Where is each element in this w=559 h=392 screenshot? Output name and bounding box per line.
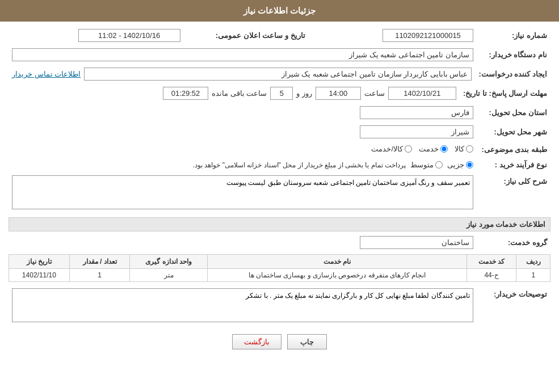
category-kala-khadamat-label: کالا/خدمت [371, 145, 403, 153]
services-section-title: اطلاعات خدمات مورد نیاز [9, 217, 550, 231]
cell-quantity: 1 [69, 269, 130, 282]
col-unit-measure: واحد اندازه گیری [130, 255, 208, 269]
category-kala-khadamat-option[interactable]: کالا/خدمت [371, 145, 412, 153]
cell-row-num: 1 [516, 269, 550, 282]
cell-unit-measure: متر [130, 269, 208, 282]
process-label: نوع فرآیند خرید : [477, 159, 550, 171]
page-title: جزئیات اطلاعات نیاز [243, 6, 316, 15]
process-motavaset-option[interactable]: متوسط [410, 161, 443, 169]
service-group-table: گروه خدمت: ساختمان [9, 234, 550, 251]
process-motavaset-label: متوسط [410, 161, 434, 169]
process-desc-text: پرداخت تمام یا بخشی از مبلغ خریدار از مح… [193, 161, 406, 169]
category-cell: کالا خدمت کالا/خدمت [9, 143, 477, 156]
process-motavaset-radio[interactable] [435, 161, 443, 168]
requester-cell: عباس بابایی کاربردار سازمان تامین اجتماع… [9, 66, 475, 82]
buyer-org-table: نام دستگاه خریدار: سازمان تامین اجتماعی … [9, 47, 550, 63]
buyer-desc-cell [9, 286, 477, 326]
process-table: نوع فرآیند خرید : جزیی متوسط پرداخت تمام… [9, 159, 550, 171]
buyer-org-cell: سازمان تامین اجتماعی شعبه یک شیراز [9, 47, 477, 63]
need-number-cell: 1102092121000015 [320, 27, 477, 44]
category-khadamat-label: خدمت [419, 145, 439, 153]
category-kala-label: کالا [455, 145, 464, 153]
col-row-num: ردیف [516, 255, 550, 269]
category-table: طبقه بندی موضوعی: کالا خدمت [9, 143, 550, 156]
need-number-value: 1102092121000015 [383, 29, 473, 42]
category-kala-option[interactable]: کالا [455, 145, 473, 153]
category-kala-khadamat-radio[interactable] [405, 145, 412, 153]
page-header: جزئیات اطلاعات نیاز [0, 0, 559, 22]
category-radio-group: کالا خدمت کالا/خدمت [371, 145, 473, 153]
category-khadamat-radio[interactable] [440, 145, 448, 153]
cell-date-needed: 1402/11/10 [9, 269, 70, 282]
contact-info-link[interactable]: اطلاعات تماس خریدار [12, 70, 81, 78]
col-date-needed: تاریخ نیاز [9, 255, 70, 269]
city-label: شهر محل تحویل: [477, 124, 550, 140]
process-row: جزیی متوسط پرداخت تمام یا بخشی از مبلغ خ… [12, 161, 473, 169]
deadline-time-label: ساعت [364, 89, 385, 98]
cell-service-name: انجام کارهای متفرقه درخصوص بازسازی و بهس… [208, 269, 467, 282]
buyer-desc-table: توصیحات خریدار: [9, 286, 550, 326]
content-area: شماره نیاز: 1102092121000015 تاریخ و ساع… [0, 22, 559, 364]
deadline-date-value: 1402/10/21 [388, 87, 456, 100]
requester-value: عباس بابایی کاربردار سازمان تامین اجتماع… [84, 68, 472, 81]
category-label: طبقه بندی موضوعی: [477, 143, 550, 156]
table-row: 1 ح-44 انجام کارهای متفرقه درخصوص بازساز… [9, 269, 550, 282]
need-desc-label: شرح کلی نیاز: [477, 174, 550, 213]
deadline-table: مهلت ارسال پاسخ: تا تاریخ: 1402/10/21 سا… [9, 85, 550, 102]
requester-label: ایجاد کننده درخواست: [475, 66, 550, 82]
process-jazei-label: جزیی [447, 161, 464, 169]
date-announce-label: تاریخ و ساعت اعلان عمومی: [184, 27, 309, 44]
back-button[interactable]: بازگشت [232, 334, 281, 349]
city-cell: شیراز [9, 124, 477, 140]
page-container: جزئیات اطلاعات نیاز شماره نیاز: 11020921… [0, 0, 559, 392]
col-quantity: تعداد / مقدار [69, 255, 130, 269]
deadline-label: مهلت ارسال پاسخ: تا تاریخ: [460, 85, 550, 102]
service-group-value: ساختمان [360, 236, 473, 249]
need-number-label: شماره نیاز: [477, 27, 550, 44]
need-desc-textarea[interactable] [12, 175, 473, 209]
city-value: شیراز [360, 125, 473, 138]
category-kala-radio[interactable] [466, 145, 473, 153]
col-service-name: نام خدمت [208, 255, 467, 269]
date-announce-value: 1402/10/16 - 11:02 [78, 29, 180, 42]
service-group-cell: ساختمان [9, 234, 477, 251]
deadline-cell: 1402/10/21 ساعت 14:00 روز و 5 ساعت باقی … [9, 85, 460, 102]
deadline-days-label: روز و [296, 89, 312, 98]
province-cell: فارس [9, 104, 477, 121]
process-jazei-option[interactable]: جزیی [447, 161, 473, 169]
province-label: استان محل تحویل: [477, 104, 550, 121]
buyer-org-value: سازمان تامین اجتماعی شعبه یک شیراز [12, 48, 473, 61]
deadline-days-value: 5 [270, 87, 293, 100]
city-table: شهر محل تحویل: شیراز [9, 124, 550, 140]
cell-service-code: ح-44 [466, 269, 516, 282]
deadline-remaining-value: 01:29:52 [163, 87, 208, 100]
col-service-code: کد خدمت [466, 255, 516, 269]
province-value: فارس [360, 106, 473, 119]
buyer-desc-textarea[interactable] [12, 288, 473, 322]
button-row: چاپ بازگشت [9, 334, 550, 349]
basic-info-table: شماره نیاز: 1102092121000015 تاریخ و ساع… [9, 27, 550, 44]
deadline-remaining-label: ساعت باقی مانده [212, 89, 267, 98]
print-button[interactable]: چاپ [287, 334, 327, 349]
need-desc-cell: 🛡 [9, 174, 477, 213]
process-jazei-radio[interactable] [466, 161, 473, 168]
buyer-org-label: نام دستگاه خریدار: [477, 47, 550, 63]
category-khadamat-option[interactable]: خدمت [419, 145, 448, 153]
deadline-time-value: 14:00 [316, 87, 361, 100]
buyer-desc-label: توصیحات خریدار: [477, 286, 550, 326]
need-desc-section: شرح کلی نیاز: 🛡 [9, 174, 550, 213]
service-group-label: گروه خدمت: [477, 234, 550, 251]
requester-row: عباس بابایی کاربردار سازمان تامین اجتماع… [12, 68, 472, 81]
need-desc-container: 🛡 [12, 175, 473, 211]
date-announce-cell: 1402/10/16 - 11:02 [9, 27, 184, 44]
province-table: استان محل تحویل: فارس [9, 104, 550, 121]
services-data-table: ردیف کد خدمت نام خدمت واحد اندازه گیری ت… [9, 254, 550, 282]
requester-table: ایجاد کننده درخواست: عباس بابایی کاربردا… [9, 66, 550, 82]
process-cell: جزیی متوسط پرداخت تمام یا بخشی از مبلغ خ… [9, 159, 477, 171]
deadline-row: 1402/10/21 ساعت 14:00 روز و 5 ساعت باقی … [12, 87, 456, 100]
